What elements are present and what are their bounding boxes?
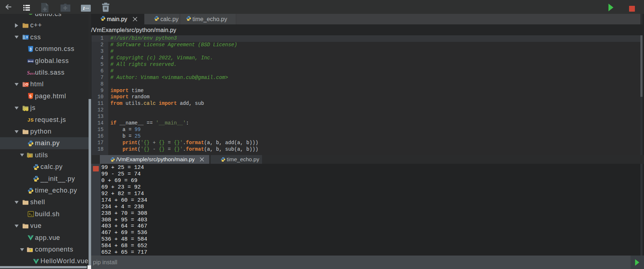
svg-text:{less}: {less}	[28, 60, 34, 62]
svg-text:3: 3	[29, 47, 32, 51]
svg-text:5: 5	[29, 94, 32, 98]
svg-text:3: 3	[26, 35, 28, 39]
svg-text:JS: JS	[28, 117, 34, 123]
svg-text:ass: ass	[30, 72, 35, 75]
svg-text:JS: JS	[24, 108, 29, 111]
svg-text:I: I	[83, 5, 85, 11]
svg-text:C: C	[29, 14, 32, 14]
